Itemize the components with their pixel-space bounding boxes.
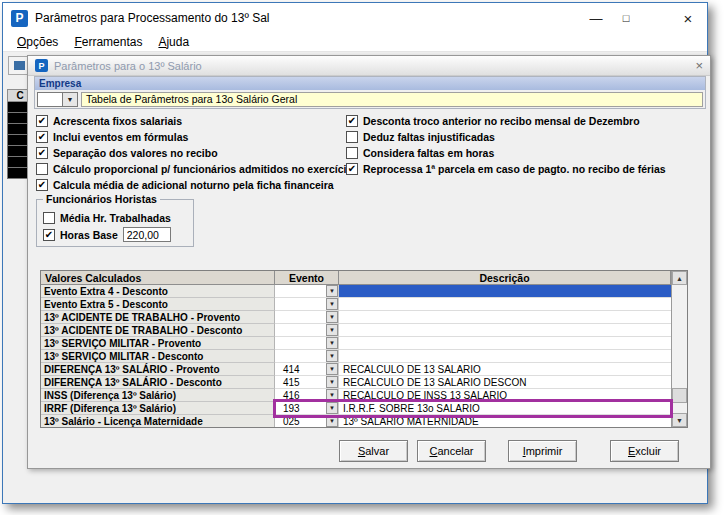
row-name-cell[interactable]: 13º SERVIÇO MILITAR - Provento [41, 337, 275, 350]
evento-dropdown-icon[interactable]: ▼ [326, 298, 338, 310]
maximize-icon[interactable]: □ [611, 3, 641, 33]
row-evento-cell[interactable]: 416▼ [275, 389, 339, 402]
evento-dropdown-icon[interactable]: ▼ [326, 415, 338, 427]
menu-item-opcoes[interactable]: Opções [9, 34, 66, 51]
excluir-button[interactable]: Excluir [610, 440, 679, 462]
row-evento-cell[interactable]: 193▼ [275, 402, 339, 415]
table-row[interactable]: 13º Salário - Licença Maternidade025▼13º… [41, 415, 671, 427]
dialog-close-icon[interactable]: × [695, 59, 703, 72]
imprimir-button[interactable]: Imprimir [508, 440, 577, 462]
checkbox-label: Horas Base [60, 229, 118, 241]
checkbox-calculo-proporcional-p-funcionarios-admi[interactable]: Cálculo proporcional p/ funcionários adm… [36, 161, 353, 177]
row-evento-cell[interactable]: ▼ [275, 350, 339, 363]
empresa-code-input[interactable] [37, 92, 63, 107]
row-descricao-cell[interactable]: RECALCULO DE INSS 13 SALARIO [339, 389, 671, 402]
row-evento-cell[interactable]: 025▼ [275, 415, 339, 427]
scroll-up-icon[interactable]: ▲ [672, 271, 687, 285]
checkbox-acrescenta-fixos-salariais[interactable]: ✔Acrescenta fixos salariais [36, 113, 353, 129]
evento-dropdown-icon[interactable]: ▼ [326, 350, 338, 362]
row-evento-cell[interactable]: 414▼ [275, 363, 339, 376]
row-name-cell[interactable]: 13º ACIDENTE DE TRABALHO - Provento [41, 311, 275, 324]
row-name-cell[interactable]: Evento Extra 4 - Desconto [41, 285, 275, 298]
minimize-icon[interactable]: — [581, 3, 611, 33]
checkbox-label: Separação dos valores no recibo [53, 147, 218, 159]
row-evento-cell[interactable]: ▼ [275, 285, 339, 298]
checkbox-box[interactable]: ✔ [36, 179, 48, 191]
scrollbar-thumb[interactable] [672, 388, 687, 403]
table-row[interactable]: INSS (Diferença 13º Salário)416▼RECALCUL… [41, 389, 671, 402]
table-row[interactable]: 13º ACIDENTE DE TRABALHO - Desconto▼ [41, 324, 671, 337]
checkbox-desconta-troco-anterior-no-recibo-mensal[interactable]: ✔Desconta troco anterior no recibo mensa… [346, 113, 666, 129]
evento-dropdown-icon[interactable]: ▼ [326, 311, 338, 323]
checkbox-deduz-faltas-injustificadas[interactable]: Deduz faltas injustificadas [346, 129, 666, 145]
checkbox-box[interactable]: ✔ [346, 163, 358, 175]
horas-base-input[interactable] [123, 227, 171, 242]
checkbox-reprocessa-1-parcela-em-caso-de-pagto-no[interactable]: ✔Reprocessa 1ª parcela em caso de pagto.… [346, 161, 666, 177]
checkbox-media-hr-trabalhadas[interactable]: Média Hr. Trabalhadas [43, 209, 193, 226]
checkbox-box[interactable] [346, 147, 358, 159]
salvar-button[interactable]: Salvar [339, 440, 408, 462]
checkbox-box[interactable]: ✔ [43, 229, 55, 241]
checkbox-box[interactable] [36, 163, 48, 175]
row-descricao-cell[interactable] [339, 298, 671, 311]
row-descricao-cell[interactable] [339, 337, 671, 350]
evento-value: 025 [283, 416, 300, 427]
empresa-description-field[interactable]: Tabela de Parâmetros para 13o Salário Ge… [81, 92, 703, 107]
row-descricao-cell[interactable]: RECALCULO DE 13 SALARIO DESCON [339, 376, 671, 389]
row-descricao-cell[interactable]: 13º SALARIO MATERNIDADE [339, 415, 671, 427]
empresa-dropdown-icon[interactable]: ▼ [63, 92, 78, 107]
row-descricao-cell[interactable]: I.R.R.F. SOBRE 13o SALARIO [339, 402, 671, 415]
evento-dropdown-icon[interactable]: ▼ [326, 337, 338, 349]
checkbox-inclui-eventos-em-formulas[interactable]: ✔Inclui eventos em fórmulas [36, 129, 353, 145]
menu-item-ajuda[interactable]: Ajuda [150, 34, 197, 51]
table-row[interactable]: 13º ACIDENTE DE TRABALHO - Provento▼ [41, 311, 671, 324]
checkbox-box[interactable]: ✔ [346, 115, 358, 127]
table-row[interactable]: IRRF (Diferença 13º Salário)193▼I.R.R.F.… [41, 402, 671, 415]
row-name-cell[interactable]: 13º ACIDENTE DE TRABALHO - Desconto [41, 324, 275, 337]
row-descricao-cell[interactable] [339, 311, 671, 324]
row-evento-cell[interactable]: ▼ [275, 298, 339, 311]
row-name-cell[interactable]: 13º SERVIÇO MILITAR - Desconto [41, 350, 275, 363]
row-name-cell[interactable]: DIFERENÇA 13º SALÁRIO - Provento [41, 363, 275, 376]
checkbox-box[interactable]: ✔ [36, 131, 48, 143]
table-row[interactable]: DIFERENÇA 13º SALÁRIO - Provento414▼RECA… [41, 363, 671, 376]
row-name-cell[interactable]: Evento Extra 5 - Desconto [41, 298, 275, 311]
row-descricao-cell[interactable]: RECALCULO DE 13 SALARIO [339, 363, 671, 376]
checkbox-box[interactable]: ✔ [36, 147, 48, 159]
row-descricao-cell[interactable] [339, 324, 671, 337]
checkbox-considera-faltas-em-horas[interactable]: Considera faltas em horas [346, 145, 666, 161]
checkbox-horas-base[interactable]: ✔Horas Base [43, 226, 193, 243]
row-descricao-cell[interactable] [339, 285, 671, 298]
row-name-cell[interactable]: INSS (Diferença 13º Salário) [41, 389, 275, 402]
scroll-down-icon[interactable]: ▼ [672, 413, 687, 427]
checkbox-box[interactable] [43, 212, 55, 224]
row-evento-cell[interactable]: ▼ [275, 324, 339, 337]
table-row[interactable]: 13º SERVIÇO MILITAR - Provento▼ [41, 337, 671, 350]
checkbox-box[interactable] [346, 131, 358, 143]
row-descricao-cell[interactable] [339, 350, 671, 363]
row-evento-cell[interactable]: 415▼ [275, 376, 339, 389]
evento-dropdown-icon[interactable]: ▼ [326, 363, 338, 375]
evento-dropdown-icon[interactable]: ▼ [326, 402, 338, 414]
checkbox-calcula-media-de-adicional-noturno-pela-[interactable]: ✔Calcula média de adicional noturno pela… [36, 177, 353, 193]
row-evento-cell[interactable]: ▼ [275, 311, 339, 324]
row-name-cell[interactable]: DIFERENÇA 13º SALÁRIO - Desconto [41, 376, 275, 389]
table-row[interactable]: 13º SERVIÇO MILITAR - Desconto▼ [41, 350, 671, 363]
table-scrollbar[interactable]: ▲ ▼ [671, 271, 687, 427]
row-evento-cell[interactable]: ▼ [275, 337, 339, 350]
evento-dropdown-icon[interactable]: ▼ [326, 389, 338, 401]
menu-item-ferramentas[interactable]: Ferramentas [66, 34, 150, 51]
checkbox-box[interactable]: ✔ [36, 115, 48, 127]
row-name-cell[interactable]: 13º Salário - Licença Maternidade [41, 415, 275, 427]
table-row[interactable]: DIFERENÇA 13º SALÁRIO - Desconto415▼RECA… [41, 376, 671, 389]
evento-dropdown-icon[interactable]: ▼ [326, 376, 338, 388]
checkbox-separacao-dos-valores-no-recibo[interactable]: ✔Separação dos valores no recibo [36, 145, 353, 161]
table-row[interactable]: Evento Extra 5 - Desconto▼ [41, 298, 671, 311]
row-name-cell[interactable]: IRRF (Diferença 13º Salário) [41, 402, 275, 415]
close-icon[interactable]: × [673, 3, 703, 33]
table-row[interactable]: Evento Extra 4 - Desconto▼ [41, 285, 671, 298]
evento-dropdown-icon[interactable]: ▼ [326, 324, 338, 336]
evento-dropdown-icon[interactable]: ▼ [326, 285, 338, 297]
title-bar: P Parâmetros para Processamento do 13º S… [3, 3, 707, 33]
cancelar-button[interactable]: Cancelar [417, 440, 486, 462]
